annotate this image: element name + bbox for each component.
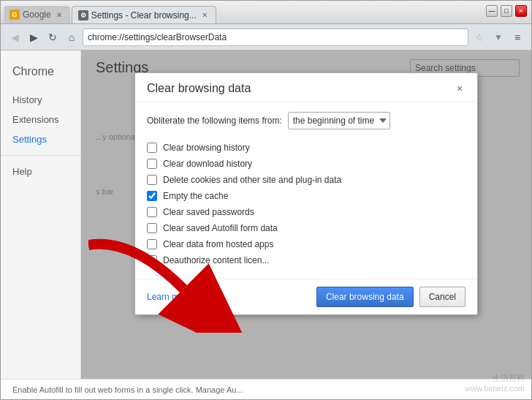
browse-hist-label: Clear browsing history xyxy=(163,143,250,153)
sidebar-item-settings[interactable]: Settings xyxy=(1,129,80,149)
cache-label: Empty the cache xyxy=(163,191,228,201)
cancel-button[interactable]: Cancel xyxy=(419,287,466,307)
back-button[interactable]: ◀ xyxy=(7,29,23,45)
download-hist-label: Clear download history xyxy=(163,159,252,169)
home-button[interactable]: ⌂ xyxy=(64,29,80,45)
modal-title: Clear browsing data xyxy=(147,82,251,95)
google-favicon: G xyxy=(10,10,20,20)
autofill-label: Clear saved Autofill form data xyxy=(163,223,278,233)
sidebar-brand: Chrome xyxy=(1,62,80,90)
tab-google-close[interactable]: ✕ xyxy=(54,10,64,20)
address-text: chrome://settings/clearBrowserData xyxy=(88,32,227,42)
tab-settings-label: Settings - Clear browsing... xyxy=(91,10,197,20)
checkbox-content-lic: Deauthorize content licen... xyxy=(147,252,466,268)
footer-buttons: Clear browsing data Cancel xyxy=(316,287,466,307)
browser-window: G Google ✕ ⚙ Settings - Clear browsing..… xyxy=(0,0,532,400)
sidebar-item-help[interactable]: Help xyxy=(1,162,80,181)
forward-button[interactable]: ▶ xyxy=(26,29,42,45)
checkbox-passwords: Clear saved passwords xyxy=(147,204,466,220)
checkbox-browse-hist: Clear browsing history xyxy=(147,140,466,156)
hosted-apps-label: Clear data from hosted apps xyxy=(163,239,273,249)
address-bar[interactable]: chrome://settings/clearBrowserData xyxy=(83,29,468,46)
obliterate-label: Obliterate the following items from: xyxy=(147,116,282,126)
modal-body: Obliterate the following items from: the… xyxy=(135,102,477,279)
cookies-checkbox[interactable] xyxy=(147,175,157,185)
checkbox-cookies: Delete cookies and other site and plug-i… xyxy=(147,172,466,188)
learn-more-link[interactable]: Learn more xyxy=(147,292,191,302)
tab-google[interactable]: G Google ✕ xyxy=(4,6,70,23)
content-lic-label: Deauthorize content licen... xyxy=(163,255,269,265)
clear-browsing-data-modal: Clear browsing data × Obliterate the fol… xyxy=(134,72,478,315)
passwords-checkbox[interactable] xyxy=(147,207,157,217)
sidebar-item-history[interactable]: History xyxy=(1,90,80,110)
modal-header: Clear browsing data × xyxy=(135,73,477,102)
download-hist-checkbox[interactable] xyxy=(147,159,157,169)
hosted-apps-checkbox[interactable] xyxy=(147,239,157,249)
modal-footer: Learn more Clear browsing data Cancel xyxy=(135,279,477,314)
passwords-label: Clear saved passwords xyxy=(163,207,254,217)
autofill-checkbox[interactable] xyxy=(147,223,157,233)
checkbox-download-hist: Clear download history xyxy=(147,156,466,172)
bookmark-star-button[interactable]: ☆ xyxy=(471,29,487,45)
modal-close-button[interactable]: × xyxy=(454,83,466,94)
cookies-label: Delete cookies and other site and plug-i… xyxy=(163,175,341,185)
checkbox-cache: Empty the cache xyxy=(147,188,466,204)
close-button[interactable]: ✕ xyxy=(515,5,527,17)
sidebar: Chrome History Extensions Settings Help xyxy=(1,50,81,379)
page-actions-button[interactable]: ▼ xyxy=(490,29,506,45)
tab-google-label: Google xyxy=(23,10,51,20)
chrome-menu-button[interactable]: ≡ xyxy=(509,29,525,45)
minimize-button[interactable]: — xyxy=(486,5,498,17)
time-range-select[interactable]: the beginning of time the past hour the … xyxy=(288,112,390,129)
reload-button[interactable]: ↻ xyxy=(45,29,61,45)
watermark-line2: www.bimeiz.com xyxy=(465,384,525,393)
obliterate-row: Obliterate the following items from: the… xyxy=(147,112,466,129)
title-bar: G Google ✕ ⚙ Settings - Clear browsing..… xyxy=(1,1,531,24)
cache-checkbox[interactable] xyxy=(147,191,157,201)
modal-overlay: Clear browsing data × Obliterate the fol… xyxy=(81,50,531,379)
main-content: Chrome History Extensions Settings Help … xyxy=(1,50,531,379)
window-controls: — □ ✕ xyxy=(486,5,527,17)
sidebar-item-extensions[interactable]: Extensions xyxy=(1,110,80,129)
bottom-bar-text: Enable Autofill to fill out web forms in… xyxy=(12,385,243,394)
maximize-button[interactable]: □ xyxy=(501,5,512,17)
nav-bar: ◀ ▶ ↻ ⌂ chrome://settings/clearBrowserDa… xyxy=(1,24,531,50)
tab-settings[interactable]: ⚙ Settings - Clear browsing... ✕ xyxy=(72,6,216,23)
browse-hist-checkbox[interactable] xyxy=(147,143,157,153)
checkbox-autofill: Clear saved Autofill form data xyxy=(147,220,466,236)
settings-area: Settings ...y optionally disable s bar C… xyxy=(81,50,531,379)
checkbox-hosted-apps: Clear data from hosted apps xyxy=(147,236,466,252)
clear-browsing-data-button[interactable]: Clear browsing data xyxy=(316,287,414,307)
bottom-bar: Enable Autofill to fill out web forms in… xyxy=(1,379,531,399)
content-lic-checkbox[interactable] xyxy=(147,255,157,265)
sidebar-divider xyxy=(1,155,80,156)
tab-settings-close[interactable]: ✕ xyxy=(200,10,210,20)
settings-favicon: ⚙ xyxy=(78,10,88,20)
